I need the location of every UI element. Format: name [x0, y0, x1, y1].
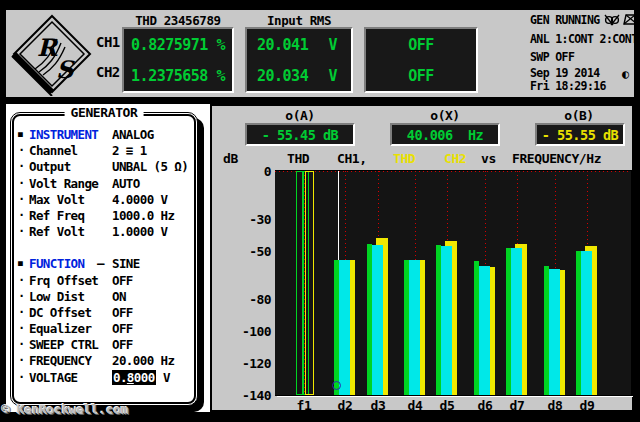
cursor-x-value: 40.006 Hz: [407, 127, 483, 143]
gen-status: GEN RUNNING: [530, 13, 600, 27]
input-rms-title: Input RMS: [245, 13, 353, 28]
row-value: 1.0000 V: [112, 224, 167, 239]
bar-marker-d3: [367, 244, 372, 395]
generator-row-low-dist[interactable]: ·Low DistON: [11, 289, 197, 305]
rms-ch2-unit: V: [328, 67, 337, 85]
trace2-func: THD: [393, 151, 415, 166]
cursor-b-value: - 55.55 dB: [542, 127, 618, 143]
rms-ch1-unit: V: [328, 36, 337, 54]
bar-marker-d7: [506, 248, 511, 395]
bar-marker-d2: [334, 260, 339, 395]
bar-ch1-d2: [339, 260, 350, 395]
generator-row-instrument[interactable]: ■INSTRUMENTANALOG: [11, 127, 197, 143]
generator-row-dc-offset[interactable]: ·DC OffsetOFF: [11, 305, 197, 321]
cursor-x-label: o(X): [405, 108, 485, 123]
row-bullet-icon: ·: [18, 176, 25, 190]
generator-row-function[interactable]: ■FUNCTION—SINE: [11, 256, 197, 272]
bar-fundamental-ch2: [305, 171, 314, 395]
thd-ch2-value: 1.2375658 %: [124, 67, 232, 85]
row-bullet-icon: ·: [18, 143, 25, 157]
watermark: © KenRockwell.com: [2, 402, 128, 417]
swp-status: SWP OFF: [530, 50, 574, 64]
generator-row-output[interactable]: ·OutputUNBAL (5 Ω): [11, 159, 197, 175]
ch2-label: CH2: [96, 64, 120, 80]
cursor-a-value: - 55.45 dB: [262, 127, 338, 143]
row-value: UNBAL (5 Ω): [112, 159, 188, 174]
row-value: OFF: [112, 337, 133, 352]
y-tick-label: -120: [218, 356, 271, 371]
x-axis-ticks: f1d2d3d4d5d6d7d8d9: [275, 398, 631, 412]
generator-row-max-volt[interactable]: ·Max Volt4.0000 V: [11, 192, 197, 208]
trace1-channel: CH1,: [337, 151, 367, 166]
rs-logo: R S: [10, 12, 94, 96]
row-value: OFF: [112, 321, 133, 336]
generator-row-voltage[interactable]: ·VOLTAGE0.8000V: [11, 370, 197, 386]
bar-ch1-d9: [581, 251, 592, 395]
row-label: Ref Volt: [29, 224, 84, 239]
x-tick-label: d9: [571, 398, 603, 413]
x-tick-label: d5: [431, 398, 463, 413]
row-value: 20.000 Hz: [112, 353, 174, 368]
trace1-func: THD: [287, 151, 309, 166]
generator-row-frq-offset[interactable]: ·Frq OffsetOFF: [11, 273, 197, 289]
row-value: 4.0000 V: [112, 192, 167, 207]
aux-display: OFF OFF: [364, 27, 478, 93]
keyboard-off-icon: [623, 13, 638, 26]
row-label: DC Offset: [29, 305, 91, 320]
row-label: INSTRUMENT: [29, 127, 98, 142]
bar-marker-d8: [544, 266, 549, 395]
row-bullet-icon: ·: [18, 337, 25, 351]
bar-ch1-d7: [511, 248, 522, 395]
cursor-a-display: - 55.45 dB: [245, 123, 355, 146]
row-label: Frq Offset: [29, 273, 98, 288]
y-tick-label: 0: [218, 164, 271, 179]
aux-row1-value: OFF: [366, 36, 476, 54]
vs-label: vs: [481, 151, 496, 166]
aux-row2-value: OFF: [366, 67, 476, 85]
generator-rows: ■INSTRUMENTANALOG·Channel2 ≡ 1·OutputUNB…: [11, 127, 197, 386]
analyzer-screen: R S THD 23456789 CH1 CH2 0.8275971 % 1.2…: [0, 0, 640, 422]
contrast-icon: ◐: [622, 67, 629, 81]
status-time: Fri 18:29:16: [530, 79, 606, 93]
generator-row-volt-range[interactable]: ·Volt RangeAUTO: [11, 176, 197, 192]
row-label: SWEEP CTRL: [29, 337, 98, 352]
y-tick-label: -100: [218, 324, 271, 339]
generator-row-ref-volt[interactable]: ·Ref Volt1.0000 V: [11, 224, 197, 240]
generator-row-equalizer[interactable]: ·EqualizerOFF: [11, 321, 197, 337]
row-label: Channel: [29, 143, 77, 158]
x-tick-label: f1: [288, 398, 320, 413]
generator-row-frequency[interactable]: ·FREQUENCY20.000 Hz: [11, 353, 197, 369]
row-bullet-icon: ·: [18, 353, 25, 367]
row-value: OFF: [112, 273, 133, 288]
row-value: AUTO: [112, 176, 140, 191]
cursor-b-label: o(B): [539, 108, 619, 123]
value-pre: 0.: [113, 370, 127, 385]
generator-spacer: [11, 240, 197, 256]
x-tick-label: d4: [399, 398, 431, 413]
row-value: ANALOG: [112, 127, 154, 142]
bar-marker-d6: [474, 261, 479, 395]
row-label: Equalizer: [29, 321, 91, 336]
row-value-editing[interactable]: 0.8000: [112, 370, 156, 385]
row-value: 2 ≡ 1: [112, 143, 147, 158]
generator-panel: GENERATOR ■INSTRUMENTANALOG·Channel2 ≡ 1…: [10, 112, 198, 406]
row-unit: V: [163, 370, 170, 385]
x-cursor-line[interactable]: [338, 171, 339, 260]
cursor-x-display: 40.006 Hz: [390, 123, 500, 146]
row-bullet-icon: ·: [18, 305, 25, 319]
row-bullet-icon: ■: [18, 130, 22, 139]
row-value: 1000.0 Hz: [112, 208, 174, 223]
bar-ch1-d3: [372, 245, 383, 395]
x-tick-label: d3: [362, 398, 394, 413]
value-post: 000: [134, 370, 155, 385]
x-axis-label: FREQUENCY/Hz: [512, 151, 601, 166]
input-rms-display: 20.041V 20.034V: [245, 27, 353, 93]
generator-row-channel[interactable]: ·Channel2 ≡ 1: [11, 143, 197, 159]
left-column: GENERATOR ■INSTRUMENTANALOG·Channel2 ≡ 1…: [6, 104, 210, 412]
generator-row-ref-freq[interactable]: ·Ref Freq1000.0 Hz: [11, 208, 197, 224]
rms-ch1-value: 20.041V: [247, 36, 351, 54]
row-bullet-icon: ·: [18, 224, 25, 238]
circle-marker: [332, 381, 341, 390]
generator-row-sweep-ctrl[interactable]: ·SWEEP CTRLOFF: [11, 337, 197, 353]
row-label: Volt Range: [29, 176, 98, 191]
